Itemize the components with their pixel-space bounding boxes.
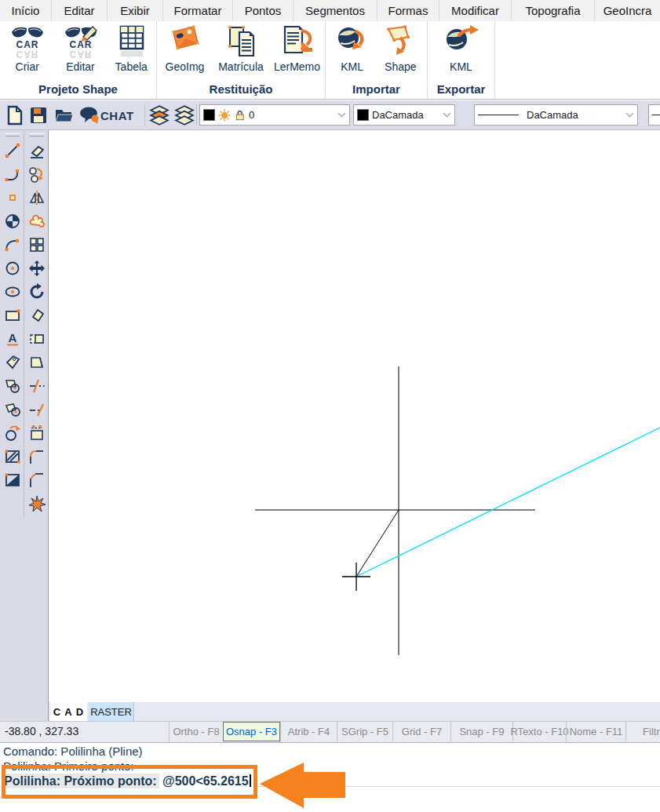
tool-circle[interactable] [1, 257, 24, 280]
ribbon-item-label: LerMemo [274, 60, 320, 73]
tool-move[interactable] [25, 257, 49, 280]
tool-hatch[interactable] [1, 445, 24, 468]
menu-formas[interactable]: Formas [377, 0, 439, 21]
ribbon-shape-importar[interactable]: Shape [378, 24, 422, 73]
tool-stretch[interactable] [25, 327, 49, 351]
ribbon-geoimg[interactable]: GeoImg [159, 24, 211, 73]
toggle-sgrip[interactable]: SGrip - F5 [337, 722, 392, 741]
toggle-snap[interactable]: Snap - F9 [450, 722, 512, 741]
toggle-filtro[interactable]: Filtro - [625, 722, 660, 741]
chat-label: CHAT [100, 109, 134, 122]
menu-exibir[interactable]: Exibir [108, 0, 163, 21]
layer-unlock-icon [234, 109, 246, 122]
kml-import-icon [330, 24, 374, 62]
tool-scale[interactable] [25, 304, 49, 327]
tool-circle-tangent[interactable] [1, 374, 24, 398]
toggle-nome[interactable]: Nome - F11 [566, 722, 625, 741]
coordinates-readout: -38.80 , 327.33 [5, 725, 78, 737]
drawing-canvas[interactable] [49, 130, 660, 702]
ribbon-car-editar[interactable]: CAR CAR Editar [55, 24, 107, 73]
arc-icon [3, 235, 22, 254]
save-button[interactable] [27, 104, 50, 127]
menu-pontos[interactable]: Pontos [233, 0, 294, 21]
toggle-atrib[interactable]: Atrib - F4 [280, 722, 337, 741]
trim-shape-icon [27, 353, 46, 372]
tracking-line-cyan[interactable] [356, 428, 660, 577]
line-icon [3, 141, 22, 160]
ribbon-kml-importar[interactable]: KML [330, 24, 374, 73]
toggle-osnap[interactable]: Osnap - F3 [223, 722, 280, 741]
chat-button[interactable]: CHAT [78, 104, 143, 127]
ribbon-matricula[interactable]: Matrícula [213, 24, 269, 73]
svg-text:CAR: CAR [69, 49, 92, 60]
tool-rectangle[interactable] [1, 304, 24, 327]
annotation-arrow [259, 758, 347, 811]
tool-rotate[interactable] [25, 280, 49, 304]
ribbon-kml-exportar[interactable]: KML [439, 24, 483, 73]
fillet-icon [27, 447, 46, 466]
color-dropdown[interactable]: DaCamada [353, 104, 455, 126]
menu-segmentos[interactable]: Segmentos [294, 0, 377, 21]
tab-cad[interactable]: C A D [50, 702, 87, 721]
menu-topografia[interactable]: Topografia [512, 0, 595, 21]
menu-bar: Início Editar Exibir Formatar Pontos Seg… [0, 0, 660, 22]
linetype-dropdown[interactable]: DaCamada [474, 104, 638, 126]
circle-3p-icon [3, 400, 22, 419]
ribbon-lermemo[interactable]: LerMemo [272, 24, 323, 73]
tool-revision-cloud[interactable] [25, 209, 49, 233]
open-file-button[interactable] [52, 104, 75, 127]
tool-trim[interactable] [25, 374, 49, 398]
tool-line[interactable] [1, 139, 24, 162]
toggle-ortho[interactable]: Ortho - F8 [169, 722, 223, 741]
tool-fillet[interactable] [25, 445, 49, 468]
tool-point[interactable] [1, 186, 24, 209]
tool-donut[interactable] [1, 209, 24, 233]
tool-arc[interactable] [1, 233, 24, 257]
tool-edit-vertex[interactable] [25, 162, 49, 186]
tool-explode[interactable] [25, 492, 49, 515]
tool-polyline[interactable] [1, 162, 24, 186]
tool-ellipse[interactable] [1, 280, 24, 304]
tool-extend[interactable] [25, 398, 49, 421]
layer-manager-button[interactable] [173, 104, 196, 127]
tool-trim-shape[interactable] [25, 351, 49, 374]
new-file-button[interactable] [3, 104, 27, 127]
tool-offset[interactable] [25, 421, 49, 445]
crosshair-cursor [342, 563, 370, 591]
ribbon-tabela[interactable]: Tabela [108, 24, 155, 73]
tool-array[interactable] [25, 233, 49, 257]
toggle-grid[interactable]: Grid - F7 [392, 722, 450, 741]
layer-dropdown[interactable]: 0 [199, 104, 350, 126]
tool-solid-fill[interactable] [1, 468, 24, 492]
lineweight-dropdown[interactable] [648, 104, 660, 126]
menu-geoincra[interactable]: GeoIncra [595, 0, 660, 21]
toggle-rtexto[interactable]: RTexto - F10 [512, 722, 566, 741]
tool-erase[interactable] [25, 139, 49, 162]
ribbon-car-criar[interactable]: CAR CAR Criar [2, 24, 53, 73]
tab-raster[interactable]: RASTER [89, 702, 134, 721]
tool-tag[interactable] [1, 351, 24, 374]
offset-icon [27, 424, 46, 442]
menu-modificar[interactable]: Modificar [439, 0, 512, 21]
layer-new-button[interactable] [148, 104, 171, 127]
tool-copy-circle[interactable] [1, 421, 24, 445]
ribbon-item-label: GeoImg [166, 60, 205, 73]
erase-icon [27, 141, 46, 160]
menu-inicio[interactable]: Início [0, 0, 52, 21]
ribbon-group-exportar: KML Exportar [428, 21, 495, 99]
toolbar-separator [196, 104, 197, 126]
view-tab-bar: C A D RASTER [49, 702, 660, 721]
tool-chamfer[interactable] [25, 468, 49, 492]
menu-formatar[interactable]: Formatar [163, 0, 233, 21]
menu-editar[interactable]: Editar [52, 0, 108, 21]
tool-circle-3p[interactable] [1, 398, 24, 421]
extend-icon [27, 400, 46, 419]
tool-text[interactable] [1, 327, 24, 351]
ribbon-group-projeto-shape: CAR CAR Criar CAR CAR Editar [0, 21, 157, 99]
hatch-icon [3, 447, 22, 466]
palette-grip[interactable] [30, 133, 44, 137]
trim-icon [27, 377, 46, 395]
scale-icon [27, 306, 46, 325]
palette-grip[interactable] [5, 133, 20, 137]
tool-mirror[interactable] [25, 186, 49, 209]
